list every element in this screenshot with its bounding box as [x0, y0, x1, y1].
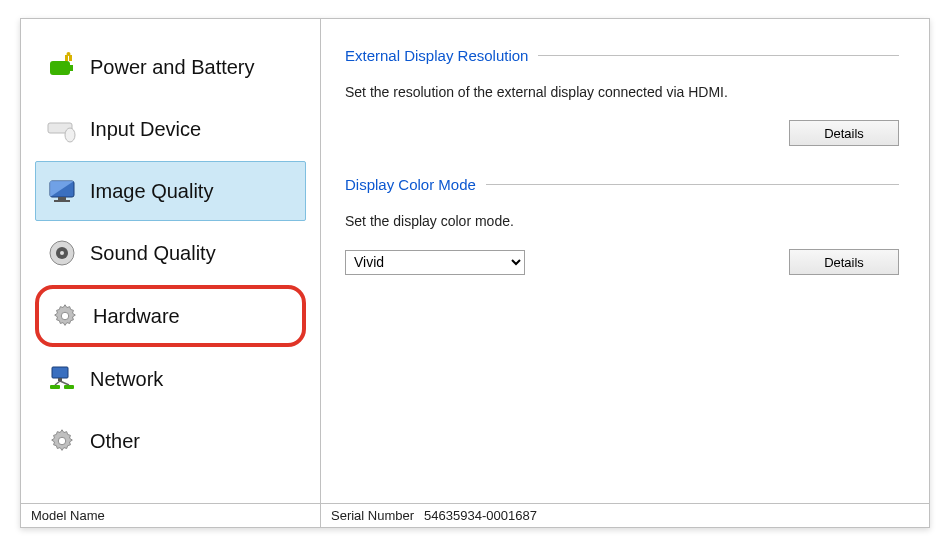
keyboard-mouse-icon [44, 111, 80, 147]
section-controls: Vivid Details [345, 249, 899, 275]
svg-rect-9 [54, 200, 70, 202]
speaker-icon [44, 235, 80, 271]
section-title: Display Color Mode [345, 176, 476, 193]
network-icon [44, 361, 80, 397]
sidebar: Power and Battery Input Device [21, 19, 321, 503]
divider [538, 55, 899, 56]
sidebar-item-label: Hardware [93, 305, 180, 328]
details-button[interactable]: Details [789, 120, 899, 146]
svg-point-4 [67, 52, 71, 56]
gear-icon [44, 423, 80, 459]
sidebar-item-label: Image Quality [90, 180, 213, 203]
svg-point-13 [61, 312, 69, 320]
svg-rect-8 [58, 197, 66, 200]
status-serial: Serial Number 54635934-0001687 [321, 504, 547, 527]
svg-rect-15 [58, 378, 62, 381]
svg-point-6 [65, 128, 75, 142]
svg-point-12 [60, 251, 64, 255]
sidebar-item-label: Input Device [90, 118, 201, 141]
section-title: External Display Resolution [345, 47, 528, 64]
sidebar-item-network[interactable]: Network [35, 349, 306, 409]
svg-point-18 [58, 437, 66, 445]
svg-rect-0 [50, 61, 70, 75]
section-description: Set the resolution of the external displ… [345, 84, 899, 100]
sidebar-item-image-quality[interactable]: Image Quality [35, 161, 306, 221]
divider [486, 184, 899, 185]
model-name-label: Model Name [31, 508, 105, 523]
svg-rect-3 [69, 55, 72, 61]
serial-number-value: 54635934-0001687 [424, 508, 537, 523]
svg-rect-16 [50, 385, 60, 389]
section-external-display-resolution: External Display Resolution Set the reso… [345, 47, 899, 146]
svg-rect-17 [64, 385, 74, 389]
color-mode-select[interactable]: Vivid [345, 250, 525, 275]
section-header: Display Color Mode [345, 176, 899, 193]
sidebar-item-power-and-battery[interactable]: Power and Battery [35, 37, 306, 97]
section-controls: Details [345, 120, 899, 146]
sidebar-item-sound-quality[interactable]: Sound Quality [35, 223, 306, 283]
section-description: Set the display color mode. [345, 213, 899, 229]
sidebar-item-label: Network [90, 368, 163, 391]
battery-icon [44, 49, 80, 85]
content-panel: External Display Resolution Set the reso… [321, 19, 929, 503]
section-header: External Display Resolution [345, 47, 899, 64]
gear-icon [47, 298, 83, 334]
sidebar-item-input-device[interactable]: Input Device [35, 99, 306, 159]
sidebar-item-label: Power and Battery [90, 56, 255, 79]
settings-window: Power and Battery Input Device [20, 18, 930, 528]
details-button[interactable]: Details [789, 249, 899, 275]
svg-rect-14 [52, 367, 68, 378]
body: Power and Battery Input Device [21, 19, 929, 503]
status-bar: Model Name Serial Number 54635934-000168… [21, 503, 929, 527]
monitor-icon [44, 173, 80, 209]
section-display-color-mode: Display Color Mode Set the display color… [345, 176, 899, 275]
serial-number-label: Serial Number [331, 508, 414, 523]
sidebar-item-hardware[interactable]: Hardware [35, 285, 306, 347]
svg-rect-1 [70, 65, 73, 71]
svg-rect-2 [65, 55, 68, 61]
status-model: Model Name [21, 504, 321, 527]
sidebar-item-other[interactable]: Other [35, 411, 306, 471]
sidebar-item-label: Sound Quality [90, 242, 216, 265]
sidebar-item-label: Other [90, 430, 140, 453]
